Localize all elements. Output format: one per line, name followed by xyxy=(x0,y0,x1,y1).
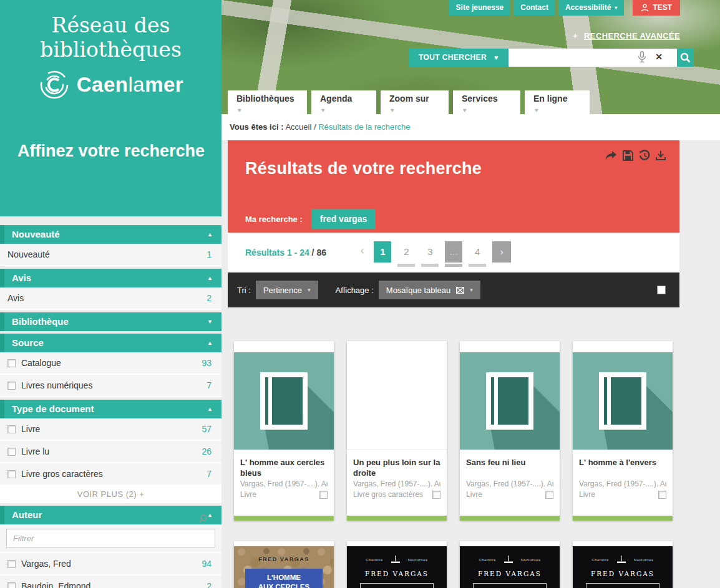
tab-en-ligne[interactable]: En ligne ♥ xyxy=(525,90,590,114)
book-title[interactable]: Sans feu ni lieu xyxy=(466,457,553,478)
facet-item-nouveaute[interactable]: Nouveauté 1 xyxy=(0,244,221,266)
book-type: Livre gros caractères xyxy=(353,490,423,499)
topbar-link-contact[interactable]: Contact xyxy=(513,0,555,16)
book-type: Livre xyxy=(240,490,256,499)
heart-dropdown-icon: ♥ xyxy=(463,107,467,113)
result-card[interactable]: Chemins Nocturnes Fred Vargas L'HOMME A … xyxy=(347,541,447,588)
sort-dropdown[interactable]: Pertinence ▾ xyxy=(256,281,318,299)
availability-bar xyxy=(234,516,334,521)
availability-bar xyxy=(573,516,673,521)
search-submit-button[interactable] xyxy=(677,49,694,67)
search-term-chip[interactable]: fred vargas xyxy=(311,209,376,229)
checkbox[interactable] xyxy=(7,560,16,568)
book-title[interactable]: Un peu plus loin sur la droite xyxy=(353,457,440,478)
topbar-link-accessibilite[interactable]: Accessibilité ▾ xyxy=(558,0,624,16)
book-title[interactable]: L' homme aux cercles bleus xyxy=(240,457,328,478)
select-item-checkbox[interactable] xyxy=(545,491,553,499)
page-2[interactable]: 2 xyxy=(397,241,415,267)
book-author: Vargas, Fred (1957-....). Auteur xyxy=(240,480,328,488)
book-author: Vargas, Fred (1957-....). Auteur xyxy=(579,480,666,488)
result-card[interactable]: Chemins Nocturnes Fred Vargas SANS FEU N… xyxy=(573,541,673,588)
facet-header-type-document[interactable]: Type de document ▲ xyxy=(0,400,221,418)
result-card[interactable]: FRED VARGAS L'HOMME AUX CERCLES BLEUS xyxy=(234,541,334,588)
prev-page-icon[interactable]: ‹ xyxy=(361,245,364,256)
topbar: Site jeunesse Contact Accessibilité ▾ TE… xyxy=(449,0,680,16)
breadcrumb-current: Résultats de la recherche xyxy=(318,122,410,132)
checkbox[interactable] xyxy=(7,359,16,367)
tab-services[interactable]: Services ♥ xyxy=(453,90,520,114)
results-bar: Résultats 1 - 24 / 86 ‹ 1 2 3 ... 4 › xyxy=(228,233,679,272)
facet-item-livres-numeriques[interactable]: Livres numériques 7 xyxy=(0,375,221,397)
results-count: Résultats 1 - 24 / 86 xyxy=(245,248,326,258)
display-label: Affichage : xyxy=(336,286,374,295)
book-type: Livre xyxy=(579,490,595,499)
tab-zoom-sur[interactable]: Zoom sur ♥ xyxy=(381,90,449,114)
display-dropdown[interactable]: Mosaïque tableau ▾ xyxy=(379,281,480,299)
facet-item-livre[interactable]: Livre 57 xyxy=(0,418,221,441)
next-page-button[interactable]: › xyxy=(492,241,511,263)
book-type: Livre xyxy=(466,490,482,499)
page-3[interactable]: 3 xyxy=(421,241,439,267)
heart-dropdown-icon: ♥ xyxy=(494,49,499,67)
book-placeholder-icon xyxy=(234,352,334,450)
checkbox[interactable] xyxy=(7,448,16,456)
select-item-checkbox[interactable] xyxy=(319,491,328,499)
advanced-search-link[interactable]: + RECHERCHE AVANCÉE xyxy=(573,31,680,41)
header-photo: Site jeunesse Contact Accessibilité ▾ TE… xyxy=(221,0,720,114)
facet-item-vargas-fred[interactable]: Vargas, Fred 94 xyxy=(0,553,221,576)
history-icon[interactable] xyxy=(639,150,650,161)
facet-item-livre-lu[interactable]: Livre lu 26 xyxy=(0,441,221,463)
logo[interactable]: Réseau des bibliothèques Caenlamer xyxy=(0,0,221,101)
result-card[interactable]: Chemins Nocturnes Fred Vargas UN PEU PLU… xyxy=(460,541,560,588)
pagination: ‹ 1 2 3 ... 4 › xyxy=(361,241,511,267)
result-card[interactable]: Sans feu ni lieu Vargas, Fred (1957-....… xyxy=(460,341,560,521)
checkbox[interactable] xyxy=(7,382,16,390)
result-card[interactable]: L' homme à l'envers Vargas, Fred (1957-.… xyxy=(573,341,673,521)
checkbox[interactable] xyxy=(7,470,16,478)
facet-item-baudoin-edmond[interactable]: Baudoin, Edmond 2 xyxy=(0,576,221,588)
save-icon[interactable] xyxy=(623,150,633,161)
facet-header-source[interactable]: Source ▲ xyxy=(0,334,221,352)
result-card[interactable]: L' homme aux cercles bleus Vargas, Fred … xyxy=(234,341,334,521)
book-author: Vargas, Fred (1957-....). Auteur xyxy=(353,480,440,488)
download-icon[interactable] xyxy=(656,150,666,161)
facet-header-bibliotheque[interactable]: Bibliothèque ▼ xyxy=(0,312,221,331)
checkbox[interactable] xyxy=(7,425,16,433)
imprint-quill-icon xyxy=(386,555,405,565)
heart-dropdown-icon: ♥ xyxy=(535,107,538,113)
page-1[interactable]: 1 xyxy=(374,241,391,267)
breadcrumb-home[interactable]: Accueil xyxy=(285,122,311,132)
facet-item-catalogue[interactable]: Catalogue 93 xyxy=(0,352,221,375)
book-title[interactable]: L' homme à l'envers xyxy=(579,457,666,478)
search-input[interactable] xyxy=(508,49,677,67)
facet-item-livre-gros-caracteres[interactable]: Livre gros caractères 7 xyxy=(0,463,221,486)
account-test-button[interactable]: TEST xyxy=(633,0,680,16)
facet-item-avis[interactable]: Avis 2 xyxy=(0,287,221,310)
select-all-checkbox[interactable] xyxy=(657,286,666,294)
tab-bibliotheques[interactable]: Bibliothèques ♥ xyxy=(228,90,307,114)
share-icon[interactable] xyxy=(605,150,617,161)
page-4[interactable]: 4 xyxy=(469,241,486,267)
clear-search-icon[interactable]: ✕ xyxy=(655,52,663,62)
imprint-quill-icon xyxy=(612,555,631,565)
author-filter-input[interactable] xyxy=(6,529,215,547)
see-more-button[interactable]: VOIR PLUS (2) + xyxy=(0,486,221,503)
caenlamer-logo-icon xyxy=(38,69,71,101)
result-card[interactable]: Un peu plus loin sur la droite Vargas, F… xyxy=(347,341,447,521)
select-item-checkbox[interactable] xyxy=(432,491,440,499)
heart-dropdown-icon: ♥ xyxy=(238,107,241,113)
results-banner: Résultats de votre recherche xyxy=(228,140,679,233)
collapse-up-icon: ▲ xyxy=(207,506,213,524)
search-scope-dropdown[interactable]: TOUT CHERCHER ♥ xyxy=(409,49,508,67)
checkbox[interactable] xyxy=(7,582,16,588)
tab-agenda[interactable]: Agenda ♥ xyxy=(311,90,376,114)
topbar-link-site-jeunesse[interactable]: Site jeunesse xyxy=(449,0,511,16)
sort-label: Tri : xyxy=(237,286,251,295)
facet-header-nouveaute[interactable]: Nouveauté ▲ xyxy=(0,225,221,244)
facet-header-avis[interactable]: Avis ▲ xyxy=(0,269,221,287)
select-item-checkbox[interactable] xyxy=(658,491,666,499)
voice-search-icon[interactable] xyxy=(638,51,646,66)
facet-header-auteur[interactable]: Auteur ▲ xyxy=(0,506,221,524)
collapse-up-icon: ▲ xyxy=(207,269,213,287)
page: Site jeunesse Contact Accessibilité ▾ TE… xyxy=(0,0,720,588)
